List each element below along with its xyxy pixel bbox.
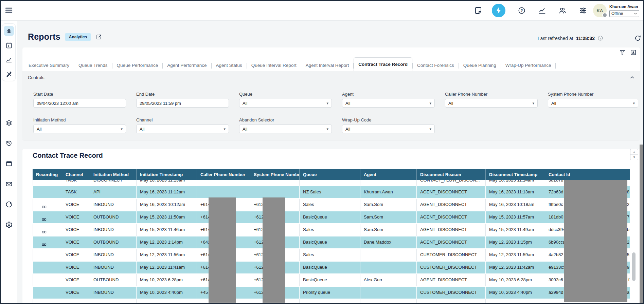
info-icon[interactable] xyxy=(597,35,603,41)
nav-mail-icon[interactable] xyxy=(5,180,13,188)
nav-history-icon[interactable] xyxy=(5,139,13,147)
field-select[interactable]: All▾ xyxy=(33,125,126,133)
nav-settings-icon[interactable] xyxy=(5,221,13,229)
cell-channel: VOICE xyxy=(62,211,90,223)
cell-disconnect_timestamp: May 15, 2023 11:57am xyxy=(485,211,545,223)
field-select[interactable]: All▾ xyxy=(239,125,332,133)
column-header-queue[interactable]: Queue xyxy=(299,169,360,180)
field-initiation-method: Initiation MethodAll▾ xyxy=(33,117,126,133)
cell-disconnect_reason: AGENT_DISCONNECT xyxy=(416,186,485,198)
cell-agent xyxy=(360,262,416,273)
cell-agent xyxy=(360,299,416,304)
table-row: VOICEINBOUNDMay 15, 2023 11:46am+614+612… xyxy=(33,224,630,236)
tab-executive-summary[interactable]: Executive Summary xyxy=(24,60,74,71)
help-icon[interactable]: ? xyxy=(518,6,526,15)
field-input[interactable]: 09/04/2023 12:00 am xyxy=(33,99,126,108)
contact-id-text: f9fbe0c xyxy=(549,202,563,207)
controls-section-label: Controls xyxy=(28,75,44,80)
metrics-icon[interactable] xyxy=(538,6,546,15)
recording-link-icon[interactable] xyxy=(41,202,47,207)
column-header-system-phone-number[interactable]: System Phone Number xyxy=(250,169,299,180)
field-channel: ChannelAll▾ xyxy=(136,117,229,133)
contact-id-text: e9133c5 xyxy=(549,265,566,270)
users-icon[interactable] xyxy=(558,6,567,15)
field-agent: AgentAll▾ xyxy=(342,92,435,108)
tab-agent-performance[interactable]: Agent Performance xyxy=(163,60,211,71)
notes-icon[interactable] xyxy=(474,6,482,15)
recording-link-icon[interactable] xyxy=(41,240,47,245)
column-header-caller-phone-number[interactable]: Caller Phone Number xyxy=(197,169,250,180)
redaction-contact-id xyxy=(564,180,627,302)
column-header-initiation-timestamp[interactable]: Initiation Timestamp xyxy=(136,169,197,180)
recording-link-icon[interactable] xyxy=(41,227,47,232)
column-header-contact-id[interactable]: Contact Id xyxy=(545,169,630,180)
collapse-chevron-up-icon[interactable] xyxy=(629,74,635,80)
tab-agent-interval-report[interactable]: Agent Interval Report xyxy=(301,60,354,71)
tab-contract-trace-record[interactable]: Contract Trace Record xyxy=(354,57,412,71)
field-select[interactable]: All▾ xyxy=(239,99,332,108)
tab-agent-status[interactable]: Agent Status xyxy=(212,60,247,71)
cell-initiation_method: OUTBOUND xyxy=(90,211,136,223)
external-link-icon[interactable] xyxy=(95,34,102,40)
contact-id-text: 3092c6 xyxy=(549,277,563,282)
cell-disconnect_reason: CUSTOMER_DISCONNECT xyxy=(416,249,485,261)
column-header-agent[interactable]: Agent xyxy=(360,169,416,180)
nav-layers-icon[interactable] xyxy=(5,119,13,127)
refresh-icon[interactable] xyxy=(634,35,641,42)
field-input[interactable]: 29/05/2023 11:59 pm xyxy=(136,99,229,108)
field-select[interactable]: All▾ xyxy=(548,99,638,108)
tab-queue-planning[interactable]: Queue Planning xyxy=(459,60,501,71)
tab-contact-forensics[interactable]: Contact Forensics xyxy=(413,60,459,71)
table-stepper: ▲ ▼ xyxy=(630,149,638,160)
field-select[interactable]: All▾ xyxy=(136,125,229,133)
nav-design-icon[interactable] xyxy=(4,69,14,79)
nav-analytics-pie-icon[interactable] xyxy=(5,200,13,208)
cell-recording xyxy=(33,299,62,304)
tab-wrap-up-performance[interactable]: Wrap-Up Performance xyxy=(501,60,556,71)
table-scrollbar-thumb[interactable] xyxy=(632,252,636,281)
column-header-channel[interactable]: Channel xyxy=(62,169,90,180)
cell-initiation_timestamp: May 12, 2023 1:14pm xyxy=(136,236,197,248)
nav-reports-icon[interactable] xyxy=(4,26,14,36)
tab-queue-performance[interactable]: Queue Performance xyxy=(112,60,163,71)
cell-recording xyxy=(33,211,62,223)
cell-channel: VOICE xyxy=(62,249,90,261)
column-header-disconnect-timestamp[interactable]: Disconnect Timestamp xyxy=(485,169,545,180)
field-select[interactable]: All▾ xyxy=(342,125,435,133)
cell-initiation_method: OUTBOUND xyxy=(90,236,136,248)
download-icon[interactable] xyxy=(630,49,637,56)
contact-id-text: 181db0 xyxy=(549,214,563,220)
cell-initiation_method: OUTBOUND xyxy=(90,274,136,286)
nav-schedule-icon[interactable] xyxy=(4,40,14,50)
field-select[interactable]: All▾ xyxy=(342,99,435,108)
stepper-up-button[interactable]: ▲ xyxy=(630,149,638,155)
status-select[interactable]: Offline xyxy=(609,10,639,17)
nav-browser-icon[interactable] xyxy=(5,159,13,168)
page-header: Reports Analytics Last refreshed at 11:2… xyxy=(22,20,643,48)
boost-flash-icon[interactable] xyxy=(492,4,505,17)
tab-queue-trends[interactable]: Queue Trends xyxy=(74,60,112,71)
chevron-down-icon: ▾ xyxy=(429,127,431,131)
column-header-disconnect-reason[interactable]: Disconnect Reason xyxy=(416,169,485,180)
filter-icon[interactable] xyxy=(619,49,626,56)
stepper-down-button[interactable]: ▼ xyxy=(630,155,638,160)
cell-agent xyxy=(360,287,416,299)
column-header-recording[interactable]: Recording xyxy=(33,169,62,180)
field-system-phone-number: System Phone NumberAll▾ xyxy=(548,92,638,108)
sidebar-secondary-group xyxy=(1,119,17,229)
settings-sliders-icon[interactable] xyxy=(579,6,587,15)
cell-channel: VOICE xyxy=(62,236,90,248)
cell-agent: Sam.Som xyxy=(360,199,416,211)
nav-performance-icon[interactable] xyxy=(4,54,14,64)
cell-disconnect_timestamp: May 10, 2023 3:35pm xyxy=(485,299,545,304)
cell-recording xyxy=(33,199,62,211)
page-scrollbar[interactable] xyxy=(640,145,643,304)
field-select[interactable]: All▾ xyxy=(445,99,538,108)
hamburger-menu-icon[interactable] xyxy=(5,6,13,14)
column-header-initiation-method[interactable]: Initiation Method xyxy=(90,169,136,180)
cell-initiation_method: API xyxy=(90,186,136,198)
tab-queue-interval-report[interactable]: Queue Interval Report xyxy=(247,60,301,71)
avatar[interactable]: KA xyxy=(593,4,607,17)
recording-link-icon[interactable] xyxy=(41,215,47,220)
cell-initiation_timestamp: May 10, 2023 3:35pm xyxy=(136,299,197,304)
